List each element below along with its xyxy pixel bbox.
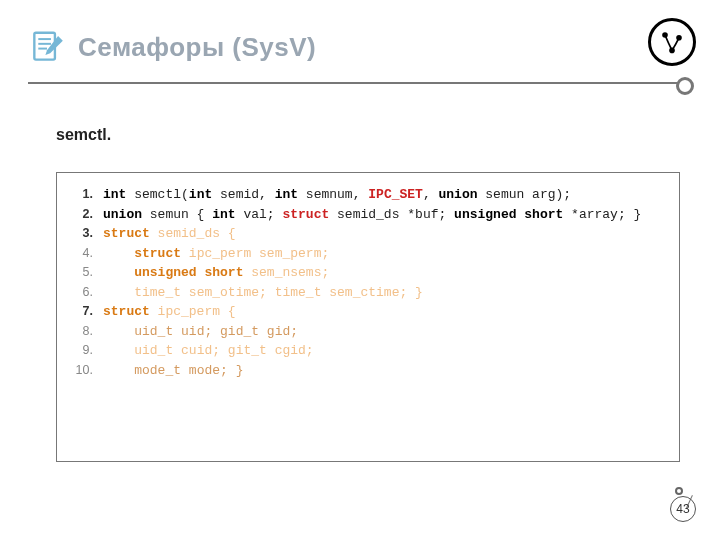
code-line: 10. mode_t mode; } <box>67 361 665 381</box>
line-number: 2. <box>67 205 93 225</box>
code-lines: 1.int semctl(int semid, int semnum, IPC_… <box>67 185 665 380</box>
line-number: 5. <box>67 263 93 283</box>
header-row: Семафоры (SysV) <box>28 28 692 66</box>
code-content: struct semid_ds { <box>103 224 665 244</box>
code-content: uid_t uid; gid_t gid; <box>103 322 665 342</box>
slide-root: Семафоры (SysV) semctl. 1.int semctl(int… <box>0 0 720 540</box>
header-divider <box>28 82 692 84</box>
code-line: 6. time_t sem_otime; time_t sem_ctime; } <box>67 283 665 303</box>
line-number: 9. <box>67 341 93 361</box>
slide-title: Семафоры (SysV) <box>78 32 316 63</box>
code-line: 9. uid_t cuid; git_t cgid; <box>67 341 665 361</box>
network-icon <box>648 18 696 66</box>
notepad-icon <box>28 28 66 66</box>
code-content: time_t sem_otime; time_t sem_ctime; } <box>103 283 665 303</box>
code-content: uid_t cuid; git_t cgid; <box>103 341 665 361</box>
code-line: 3.struct semid_ds { <box>67 224 665 244</box>
line-number: 10. <box>67 361 93 381</box>
code-box: 1.int semctl(int semid, int semnum, IPC_… <box>56 172 680 462</box>
code-content: unsigned short sem_nsems; <box>103 263 665 283</box>
code-line: 5. unsigned short sem_nsems; <box>67 263 665 283</box>
code-line: 4. struct ipc_perm sem_perm; <box>67 244 665 264</box>
line-number: 6. <box>67 283 93 303</box>
line-number: 8. <box>67 322 93 342</box>
subtitle: semctl. <box>56 126 111 144</box>
code-content: struct ipc_perm sem_perm; <box>103 244 665 264</box>
line-number: 4. <box>67 244 93 264</box>
line-number: 3. <box>67 224 93 244</box>
code-content: union semun { int val; struct semid_ds *… <box>103 205 665 225</box>
code-line: 7.struct ipc_perm { <box>67 302 665 322</box>
line-number: 7. <box>67 302 93 322</box>
page-connector-dot <box>675 487 683 495</box>
code-content: struct ipc_perm { <box>103 302 665 322</box>
line-number: 1. <box>67 185 93 205</box>
code-line: 1.int semctl(int semid, int semnum, IPC_… <box>67 185 665 205</box>
page-number: 43 <box>670 496 696 522</box>
code-line: 2.union semun { int val; struct semid_ds… <box>67 205 665 225</box>
code-content: int semctl(int semid, int semnum, IPC_SE… <box>103 185 665 205</box>
code-line: 8. uid_t uid; gid_t gid; <box>67 322 665 342</box>
code-content: mode_t mode; } <box>103 361 665 381</box>
